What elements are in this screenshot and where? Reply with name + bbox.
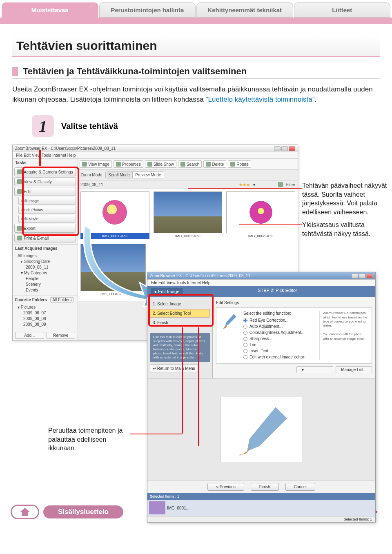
edit-settings-label: Edit Settings (216, 300, 372, 305)
previous-button[interactable]: < Previous (207, 483, 244, 491)
filter-button[interactable]: Filter (286, 182, 295, 187)
tasks-label: Tasks (13, 159, 78, 167)
filter-icon (278, 182, 283, 187)
screenshot-composite: ZoomBrowser EX - C:\Users\xxxx\Pictures\… (12, 145, 380, 455)
add-folder-button[interactable]: Add... (15, 332, 44, 339)
radio-sharpness[interactable]: Sharpness... (243, 336, 315, 342)
preview-placeholder-icon (220, 397, 302, 462)
window-title: ZoomBrowser EX - C:\Users\xxxx\Pictures\… (15, 146, 116, 151)
radio-external[interactable]: Edit with external image editor: (243, 354, 315, 360)
radio-color[interactable]: Color/Brightness Adjustment... (243, 329, 315, 336)
home-button[interactable] (11, 505, 39, 519)
image-icon (82, 162, 87, 167)
finish-button[interactable]: Finish (251, 483, 279, 491)
leader-line (39, 150, 41, 166)
page-title: Tehtävien suorittaminen (12, 36, 380, 57)
menu-bar[interactable]: File Edit View Tools Internet Help (13, 152, 298, 159)
manage-list-button[interactable]: Manage List... (336, 366, 372, 373)
brush-icon (220, 311, 239, 331)
remove-folder-button[interactable]: Remove (47, 332, 76, 339)
selected-items-header: Selected Items : 1 (147, 493, 375, 500)
folder-tree[interactable]: All Images ▸ Shooting Date 2009_08_11 ▾ … (13, 252, 78, 296)
annotation-phases: Tehtävän päävaiheet näkyvät tässä. Suori… (302, 181, 392, 216)
camera-icon (17, 169, 22, 174)
last-acquired-label: Last Acquired Images (13, 244, 78, 252)
radio-auto[interactable]: Auto Adjustment... (243, 323, 315, 329)
zoom-mode-toggle[interactable]: Scroll ModePreview Mode (105, 171, 164, 178)
flower-image-icon (245, 200, 277, 225)
all-folders-tab[interactable]: All Folders (50, 297, 74, 303)
tab-liitteet[interactable]: Liitteet (294, 2, 391, 18)
annotation-overview: Yleiskatsaus valitusta tehtävästä näkyy … (302, 220, 392, 238)
star-icon[interactable]: ★★★ (239, 182, 250, 187)
thumb-1[interactable]: IMG_0001.JPG (80, 191, 149, 239)
cancel-button[interactable]: Cancel (285, 483, 315, 491)
home-icon (19, 507, 31, 517)
external-editor-dropdown[interactable]: ▾ (296, 366, 333, 373)
thumb-3[interactable]: IMG_0003.JPG (226, 191, 295, 239)
max-icon[interactable] (281, 146, 288, 151)
breadcrumb[interactable]: 2009_08_11 (80, 182, 103, 187)
min-icon[interactable] (274, 146, 281, 151)
step-1: 1 Valitse tehtävä (32, 115, 380, 137)
edit-image-header: ◂Edit Image (151, 288, 183, 296)
link-toiminto-luettelo[interactable]: "Luettelo käytettävistä toiminnoista" (205, 96, 314, 103)
slideshow-button[interactable]: Slide Show (145, 160, 176, 168)
thumb-4[interactable]: IMG_0004.JPG (80, 244, 146, 297)
properties-button[interactable]: Properties (114, 160, 143, 168)
task-view-classify[interactable]: View & Classify (14, 177, 76, 186)
tab-kehittyneemmat[interactable]: Kehittyneemmät tekniikat (196, 2, 293, 18)
step-1-badge: 1 (32, 115, 54, 137)
tab-muistettavaa[interactable]: Muistettavaa (2, 2, 98, 18)
view-image-button[interactable]: View Image (80, 160, 112, 168)
task-acquire[interactable]: Acquire & Camera Settings (14, 167, 76, 176)
leader-line (130, 434, 182, 434)
flower-image-icon (100, 198, 129, 227)
favorite-folders-label: Favorite Folders (15, 298, 47, 302)
intro-paragraph: Useita ZoomBrowser EX -ohjelman toiminto… (12, 85, 380, 105)
task-edit[interactable]: Edit (14, 187, 76, 196)
delete-button[interactable]: Delete (203, 160, 226, 168)
hint-box: Use this task to correct photos of subje… (150, 333, 210, 362)
selected-thumb-strip[interactable]: IMG_0001.... (147, 500, 375, 516)
zoom-mode-label: Zoom Mode (80, 173, 102, 177)
min-icon[interactable] (352, 274, 358, 278)
max-icon[interactable] (359, 274, 365, 278)
close-icon[interactable] (289, 146, 295, 151)
select-function-label: Select the editing function: (243, 311, 315, 316)
radio-redeye[interactable]: Red Eye Correction... (243, 317, 315, 323)
favorite-tree[interactable]: ▾ Pictures 2009_08_07 2009_08_08 2009_08… (13, 304, 78, 330)
task-edit-movie[interactable]: Edit Movie (18, 215, 76, 223)
slideshow-icon (147, 162, 152, 167)
search-icon (180, 162, 185, 167)
step-banner: STEP 2: Pick Editor (258, 288, 297, 296)
tab-perustoimintojen[interactable]: Perustoimintojen hallinta (99, 2, 196, 18)
main-toolbar: View Image Properties Slide Show Search … (78, 159, 298, 170)
close-icon[interactable] (366, 274, 373, 278)
step-select-editing-tool[interactable]: 2. Select Editing Tool (150, 309, 210, 318)
mini-thumb-icon (149, 501, 165, 514)
rotate-button[interactable]: Rotate (228, 160, 251, 168)
side-info: ZoomBrowser EX determines which tool to … (319, 311, 368, 360)
window-title: ZoomBrowser EX - C:\Users\xxxx\Pictures\… (150, 274, 250, 278)
task-stitch[interactable]: Stitch Photos (18, 206, 76, 214)
leader-line (182, 327, 183, 434)
landscape-image-icon (154, 192, 222, 233)
leader-line (239, 224, 302, 225)
search-button[interactable]: Search (178, 160, 202, 168)
radio-insert-text[interactable]: Insert Text... (243, 348, 315, 354)
pencil-icon (17, 189, 22, 194)
menu-bar[interactable]: File Edit View Tools Internet Help (147, 280, 375, 286)
step-finish[interactable]: 3. Finish (150, 318, 210, 327)
thumb-2[interactable]: IMG_0002.JPG (154, 191, 223, 239)
leader-line (198, 327, 199, 446)
task-edit-image[interactable]: Edit Image (18, 197, 76, 205)
task-print-email[interactable]: Print & E-mail (14, 234, 76, 243)
task-export[interactable]: Export (14, 224, 76, 233)
step-select-image[interactable]: 1. Select Image (150, 300, 210, 308)
radio-trim[interactable]: Trim... (243, 342, 315, 348)
header-accent-bar (0, 19, 392, 24)
properties-icon (116, 162, 121, 167)
toc-button[interactable]: Sisällysluettelo (43, 505, 123, 518)
return-button[interactable]: ↩ Return to Main Menu (150, 365, 198, 372)
